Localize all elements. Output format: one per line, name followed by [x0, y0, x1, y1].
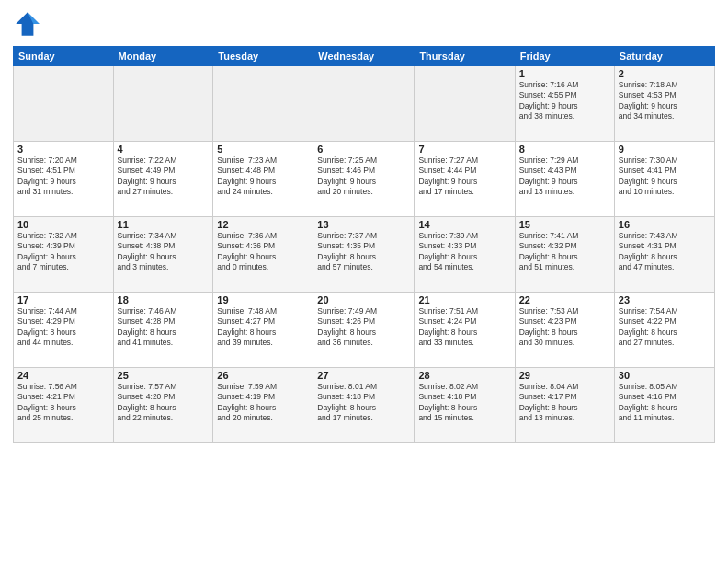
day-number: 7 [418, 144, 510, 155]
calendar-cell [14, 66, 114, 142]
calendar-cell: 15Sunrise: 7:41 AM Sunset: 4:32 PM Dayli… [515, 217, 614, 293]
day-number: 18 [118, 294, 210, 305]
day-number: 30 [619, 370, 711, 381]
day-info: Sunrise: 7:54 AM Sunset: 4:22 PM Dayligh… [619, 306, 711, 349]
page: SundayMondayTuesdayWednesdayThursdayFrid… [0, 0, 728, 563]
day-info: Sunrise: 7:49 AM Sunset: 4:26 PM Dayligh… [317, 306, 410, 349]
weekday-header-saturday: Saturday [614, 47, 714, 66]
day-info: Sunrise: 8:05 AM Sunset: 4:16 PM Dayligh… [619, 382, 711, 424]
day-number: 5 [217, 144, 309, 155]
calendar-cell: 30Sunrise: 8:05 AM Sunset: 4:16 PM Dayli… [614, 368, 714, 443]
day-number: 12 [217, 219, 309, 230]
header [13, 9, 715, 39]
day-info: Sunrise: 7:57 AM Sunset: 4:20 PM Dayligh… [118, 382, 210, 424]
calendar-cell: 21Sunrise: 7:51 AM Sunset: 4:24 PM Dayli… [415, 293, 515, 368]
calendar-week-3: 10Sunrise: 7:32 AM Sunset: 4:39 PM Dayli… [14, 217, 715, 293]
calendar-cell: 16Sunrise: 7:43 AM Sunset: 4:31 PM Dayli… [614, 217, 714, 293]
calendar-cell: 27Sunrise: 8:01 AM Sunset: 4:18 PM Dayli… [313, 368, 415, 443]
day-info: Sunrise: 7:44 AM Sunset: 4:29 PM Dayligh… [17, 306, 109, 349]
day-number: 17 [17, 294, 109, 305]
calendar-cell: 19Sunrise: 7:48 AM Sunset: 4:27 PM Dayli… [213, 293, 313, 368]
day-number: 23 [619, 294, 711, 305]
weekday-header-sunday: Sunday [14, 47, 114, 66]
day-number: 3 [17, 144, 109, 155]
weekday-header-friday: Friday [515, 47, 614, 66]
day-number: 29 [519, 370, 610, 381]
calendar-week-2: 3Sunrise: 7:20 AM Sunset: 4:51 PM Daylig… [14, 142, 715, 217]
day-number: 25 [118, 370, 210, 381]
calendar-cell: 8Sunrise: 7:29 AM Sunset: 4:43 PM Daylig… [515, 142, 614, 217]
day-info: Sunrise: 7:29 AM Sunset: 4:43 PM Dayligh… [519, 155, 610, 198]
logo-icon [13, 9, 42, 39]
calendar-cell: 7Sunrise: 7:27 AM Sunset: 4:44 PM Daylig… [415, 142, 515, 217]
calendar-cell: 1Sunrise: 7:16 AM Sunset: 4:55 PM Daylig… [515, 66, 614, 142]
calendar-cell: 24Sunrise: 7:56 AM Sunset: 4:21 PM Dayli… [14, 368, 114, 443]
calendar-cell: 25Sunrise: 7:57 AM Sunset: 4:20 PM Dayli… [113, 368, 213, 443]
calendar: SundayMondayTuesdayWednesdayThursdayFrid… [13, 46, 715, 443]
calendar-cell: 22Sunrise: 7:53 AM Sunset: 4:23 PM Dayli… [515, 293, 614, 368]
day-info: Sunrise: 7:46 AM Sunset: 4:28 PM Dayligh… [118, 306, 210, 349]
day-number: 4 [118, 144, 210, 155]
day-info: Sunrise: 7:59 AM Sunset: 4:19 PM Dayligh… [217, 382, 309, 424]
day-number: 19 [217, 294, 309, 305]
calendar-cell [113, 66, 213, 142]
day-info: Sunrise: 7:25 AM Sunset: 4:46 PM Dayligh… [317, 155, 410, 198]
day-number: 15 [519, 219, 610, 230]
calendar-week-4: 17Sunrise: 7:44 AM Sunset: 4:29 PM Dayli… [14, 293, 715, 368]
day-number: 14 [418, 219, 510, 230]
calendar-cell: 23Sunrise: 7:54 AM Sunset: 4:22 PM Dayli… [614, 293, 714, 368]
calendar-cell: 17Sunrise: 7:44 AM Sunset: 4:29 PM Dayli… [14, 293, 114, 368]
day-info: Sunrise: 8:01 AM Sunset: 4:18 PM Dayligh… [317, 382, 410, 424]
calendar-header-row: SundayMondayTuesdayWednesdayThursdayFrid… [14, 47, 715, 66]
calendar-cell: 18Sunrise: 7:46 AM Sunset: 4:28 PM Dayli… [113, 293, 213, 368]
day-number: 13 [317, 219, 410, 230]
day-number: 26 [217, 370, 309, 381]
day-number: 1 [519, 68, 610, 79]
day-info: Sunrise: 7:27 AM Sunset: 4:44 PM Dayligh… [418, 155, 510, 198]
day-info: Sunrise: 8:02 AM Sunset: 4:18 PM Dayligh… [418, 382, 510, 424]
calendar-cell: 5Sunrise: 7:23 AM Sunset: 4:48 PM Daylig… [213, 142, 313, 217]
calendar-cell [313, 66, 415, 142]
weekday-header-wednesday: Wednesday [313, 47, 415, 66]
calendar-cell: 12Sunrise: 7:36 AM Sunset: 4:36 PM Dayli… [213, 217, 313, 293]
calendar-week-1: 1Sunrise: 7:16 AM Sunset: 4:55 PM Daylig… [14, 66, 715, 142]
day-info: Sunrise: 7:20 AM Sunset: 4:51 PM Dayligh… [17, 155, 109, 198]
calendar-cell: 20Sunrise: 7:49 AM Sunset: 4:26 PM Dayli… [313, 293, 415, 368]
day-number: 21 [418, 294, 510, 305]
calendar-cell [415, 66, 515, 142]
calendar-cell: 3Sunrise: 7:20 AM Sunset: 4:51 PM Daylig… [14, 142, 114, 217]
calendar-cell: 11Sunrise: 7:34 AM Sunset: 4:38 PM Dayli… [113, 217, 213, 293]
day-info: Sunrise: 7:23 AM Sunset: 4:48 PM Dayligh… [217, 155, 309, 198]
day-info: Sunrise: 7:16 AM Sunset: 4:55 PM Dayligh… [519, 80, 610, 122]
day-number: 22 [519, 294, 610, 305]
weekday-header-monday: Monday [113, 47, 213, 66]
calendar-cell: 13Sunrise: 7:37 AM Sunset: 4:35 PM Dayli… [313, 217, 415, 293]
day-number: 11 [118, 219, 210, 230]
calendar-cell [213, 66, 313, 142]
day-number: 28 [418, 370, 510, 381]
day-number: 10 [17, 219, 109, 230]
day-info: Sunrise: 7:56 AM Sunset: 4:21 PM Dayligh… [17, 382, 109, 424]
calendar-cell: 6Sunrise: 7:25 AM Sunset: 4:46 PM Daylig… [313, 142, 415, 217]
calendar-cell: 29Sunrise: 8:04 AM Sunset: 4:17 PM Dayli… [515, 368, 614, 443]
calendar-cell: 14Sunrise: 7:39 AM Sunset: 4:33 PM Dayli… [415, 217, 515, 293]
day-info: Sunrise: 7:51 AM Sunset: 4:24 PM Dayligh… [418, 306, 510, 349]
day-number: 24 [17, 370, 109, 381]
calendar-cell: 10Sunrise: 7:32 AM Sunset: 4:39 PM Dayli… [14, 217, 114, 293]
calendar-cell: 4Sunrise: 7:22 AM Sunset: 4:49 PM Daylig… [113, 142, 213, 217]
day-number: 27 [317, 370, 410, 381]
day-info: Sunrise: 7:43 AM Sunset: 4:31 PM Dayligh… [619, 231, 711, 273]
day-info: Sunrise: 7:34 AM Sunset: 4:38 PM Dayligh… [118, 231, 210, 273]
day-info: Sunrise: 7:36 AM Sunset: 4:36 PM Dayligh… [217, 231, 309, 273]
day-number: 16 [619, 219, 711, 230]
weekday-header-thursday: Thursday [415, 47, 515, 66]
day-info: Sunrise: 7:48 AM Sunset: 4:27 PM Dayligh… [217, 306, 309, 349]
day-number: 20 [317, 294, 410, 305]
calendar-cell: 26Sunrise: 7:59 AM Sunset: 4:19 PM Dayli… [213, 368, 313, 443]
day-number: 2 [619, 68, 711, 79]
calendar-cell: 28Sunrise: 8:02 AM Sunset: 4:18 PM Dayli… [415, 368, 515, 443]
day-info: Sunrise: 7:22 AM Sunset: 4:49 PM Dayligh… [118, 155, 210, 198]
day-info: Sunrise: 8:04 AM Sunset: 4:17 PM Dayligh… [519, 382, 610, 424]
day-info: Sunrise: 7:41 AM Sunset: 4:32 PM Dayligh… [519, 231, 610, 273]
day-info: Sunrise: 7:30 AM Sunset: 4:41 PM Dayligh… [619, 155, 711, 198]
